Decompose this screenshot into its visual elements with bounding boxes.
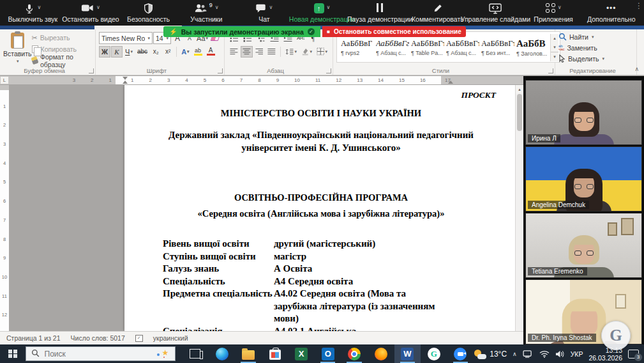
slide-control-button[interactable]: Управление слайдами — [467, 0, 525, 26]
ruler-number: 9 — [276, 77, 279, 83]
participants-button[interactable]: 9 ∨ Участники — [177, 0, 236, 26]
hanging-indent-marker[interactable] — [123, 81, 128, 84]
taskbar-app-zoom[interactable] — [447, 344, 474, 363]
subscript-button[interactable]: x₂ — [150, 46, 161, 58]
line-spacing-button[interactable]: ▾ — [283, 46, 299, 58]
first-line-indent-marker[interactable] — [123, 77, 128, 80]
taskbar-app-store[interactable] — [262, 344, 288, 363]
language-switcher[interactable]: УКР — [571, 350, 583, 358]
style-card-paragraph-2[interactable]: АаБбВвГт ¶ Абзац с... — [445, 34, 479, 61]
taskbar-app-grammarly[interactable]: G — [421, 344, 447, 363]
wifi-icon[interactable] — [539, 350, 550, 358]
collapse-ribbon-icon[interactable]: ∧ — [634, 66, 639, 72]
language-indicator[interactable]: украинский — [153, 334, 188, 342]
underline-button[interactable]: Ч▾ — [123, 46, 135, 58]
dialog-launcher-icon[interactable] — [548, 68, 553, 73]
chevron-down-icon[interactable]: ∨ — [215, 4, 219, 11]
borders-button[interactable]: ▾ — [315, 46, 329, 58]
right-indent-marker[interactable] — [448, 81, 453, 84]
chevron-down-icon[interactable]: ∨ — [96, 4, 100, 11]
video-tile-angelina[interactable]: Angelina Demchuk — [525, 146, 642, 212]
scroll-up-icon[interactable]: ▴ — [516, 85, 523, 93]
proofing-icon[interactable]: ✓ — [135, 335, 143, 342]
page-indicator[interactable]: Страница 1 из 21 — [6, 334, 61, 342]
stop-video-button[interactable]: ∨ Остановить видео — [62, 0, 120, 26]
text-effects-button[interactable]: А▾ — [179, 46, 191, 58]
chevron-down-icon[interactable]: ∨ — [269, 4, 273, 11]
new-share-button[interactable]: ↑ ∨ Новая демонстрация — [293, 0, 351, 26]
document-scrollbar[interactable]: ▴ — [515, 85, 523, 331]
ruler-number: 4 — [185, 77, 188, 83]
taskbar-app-task-view[interactable] — [182, 344, 209, 363]
find-button[interactable]: Найти ▾ — [558, 32, 604, 42]
ruler-number: 2 — [3, 122, 6, 128]
annotate-button[interactable]: Комментировать — [408, 0, 467, 26]
style-card-heading[interactable]: АаБбВ ¶ Заголов... — [515, 34, 549, 61]
wall-picture — [608, 222, 617, 236]
align-left-button[interactable] — [228, 46, 240, 58]
device-icon[interactable] — [523, 350, 534, 358]
taskbar-app-outlook[interactable]: O — [315, 344, 341, 363]
taskbar-app-word[interactable]: W — [394, 344, 421, 363]
superscript-button[interactable]: x² — [162, 46, 174, 58]
dialog-launcher-icon[interactable] — [326, 68, 331, 73]
grammarly-floating-button[interactable]: G — [601, 321, 631, 350]
taskbar-app-file-explorer[interactable] — [235, 344, 262, 363]
style-card-paragraph-1[interactable]: АаБбВвГг, ¶ Абзац с... — [375, 34, 408, 61]
video-tile-irina[interactable]: Ирина Л — [525, 80, 642, 145]
action-center-icon[interactable]: 3 — [628, 350, 639, 359]
cut-button[interactable]: ✂ Вырезать — [32, 33, 92, 43]
ruler-number: 5 — [204, 77, 206, 83]
start-button[interactable] — [0, 344, 26, 363]
security-button[interactable]: Безопасность — [119, 0, 177, 26]
style-card-rvps2[interactable]: АаБбВвГ ¶ rvps2 — [340, 34, 373, 61]
paste-button[interactable]: Вставить ▾ — [3, 31, 32, 66]
chevron-down-icon[interactable]: ∨ — [37, 4, 41, 11]
word-count[interactable]: Число слов: 5017 — [71, 334, 125, 342]
format-painter-button[interactable]: Формат по образцу — [32, 55, 92, 66]
ruler-number: 3 — [3, 141, 6, 147]
bold-button[interactable]: Ж — [99, 46, 110, 58]
doc-program-name: «Середня освіта (Англійська мова і заруб… — [146, 208, 496, 219]
search-highlights-icon[interactable]: ★ — [161, 348, 168, 357]
taskbar-app-firefox[interactable] — [368, 344, 394, 363]
chevron-down-icon[interactable]: ∨ — [327, 4, 331, 11]
italic-button[interactable]: К — [111, 46, 123, 58]
overflow-dots-icon[interactable]: ⋮ — [635, 1, 643, 10]
taskbar-app-excel[interactable]: X — [288, 344, 315, 363]
scrollbar-thumb[interactable] — [517, 94, 522, 131]
highlight-color-button[interactable]: ab — [192, 46, 204, 58]
font-color-button[interactable]: А — [205, 46, 217, 58]
document-page[interactable]: ПРОЄКТ МІНІСТЕРСТВО ОСВІТИ І НАУКИ УКРАЇ… — [124, 85, 518, 331]
align-center-button[interactable] — [241, 46, 253, 58]
tray-expand-icon[interactable]: ∧ — [513, 351, 517, 357]
style-card-table[interactable]: АаБбВвГт ¶ Table Pa... — [410, 34, 444, 61]
strikethrough-button[interactable]: abc — [135, 46, 149, 58]
shading-button[interactable]: ▾ — [299, 46, 314, 58]
more-button[interactable]: ••• Дополнительно — [582, 0, 640, 26]
chat-button[interactable]: ∨ Чат — [236, 0, 294, 26]
volume-icon[interactable] — [555, 350, 565, 358]
dialog-launcher-icon[interactable] — [89, 68, 94, 73]
stop-share-button[interactable]: ■ Остановить совместное использование — [322, 26, 466, 37]
align-right-button[interactable] — [253, 46, 266, 58]
check-icon: ✓ — [308, 28, 315, 35]
search-input[interactable] — [45, 350, 128, 359]
select-button[interactable]: Выделить ▾ — [558, 54, 604, 64]
taskbar-search[interactable]: ★ — [26, 346, 176, 361]
justify-button[interactable] — [266, 46, 278, 58]
chevron-down-icon[interactable]: ∨ — [558, 4, 562, 11]
taskbar-app-edge[interactable] — [209, 344, 236, 363]
taskbar-app-chrome[interactable] — [341, 344, 368, 363]
tab-stop-selector[interactable]: L — [0, 76, 9, 84]
dialog-launcher-icon[interactable] — [218, 68, 223, 73]
excel-icon: X — [295, 348, 308, 360]
font-family-select[interactable]: Times New Ro ▾ — [99, 32, 153, 44]
pause-share-button[interactable]: Пауза демонстрации — [351, 0, 409, 26]
weather-widget[interactable]: 13°C — [474, 349, 507, 359]
apps-button[interactable]: ∨ Приложения — [525, 0, 583, 26]
mute-button[interactable]: ∨ Выключить звук — [4, 0, 62, 26]
video-tile-tetiana[interactable]: Tetiana Eremenko — [525, 213, 642, 278]
style-card-no-spacing[interactable]: АаБбВвГт ¶ Без инт... — [480, 34, 514, 61]
replace-button[interactable]: abчас Заменить — [558, 43, 604, 53]
